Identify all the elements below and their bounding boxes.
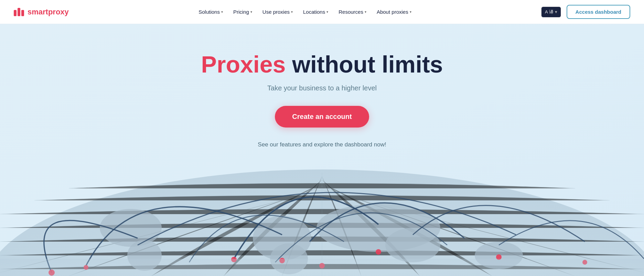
nav-item-pricing: Pricing ▾ — [229, 6, 256, 18]
nav-link-resources[interactable]: Resources ▾ — [334, 6, 371, 18]
hero-section: Proxies without limits Take your busines… — [0, 24, 644, 276]
logo[interactable]: smartproxy — [14, 8, 69, 16]
hero-subtitle: Take your business to a higher level — [7, 84, 637, 92]
logo-text: smartproxy — [28, 8, 69, 16]
language-button[interactable]: A 译 ▾ — [541, 7, 561, 18]
map-illustration — [0, 139, 644, 276]
nav-item-use-proxies: Use proxies ▾ — [258, 6, 297, 18]
chevron-icon: ▾ — [221, 10, 223, 14]
logo-bar-1 — [14, 10, 17, 16]
lang-chevron-icon: ▾ — [555, 9, 557, 14]
nav-link-pricing[interactable]: Pricing ▾ — [229, 6, 256, 18]
access-dashboard-button[interactable]: Access dashboard — [567, 5, 630, 19]
nav-item-resources: Resources ▾ — [334, 6, 371, 18]
nav-links: Solutions ▾ Pricing ▾ Use proxies ▾ Loca… — [194, 6, 415, 18]
nav-right: A 译 ▾ Access dashboard — [541, 5, 630, 19]
svg-point-4 — [385, 228, 440, 262]
nav-link-about-proxies[interactable]: About proxies ▾ — [373, 6, 416, 18]
chevron-icon: ▾ — [291, 10, 293, 14]
svg-rect-16 — [0, 259, 644, 276]
nav-item-solutions: Solutions ▾ — [194, 6, 227, 18]
hero-title: Proxies without limits — [7, 52, 637, 77]
nav-link-solutions[interactable]: Solutions ▾ — [194, 6, 227, 18]
logo-bar-2 — [18, 8, 20, 16]
create-account-button[interactable]: Create an account — [275, 106, 369, 128]
chevron-icon: ▾ — [326, 10, 328, 14]
navbar: smartproxy Solutions ▾ Pricing ▾ Use pro… — [0, 0, 644, 24]
nav-link-use-proxies[interactable]: Use proxies ▾ — [258, 6, 297, 18]
chevron-icon: ▾ — [250, 10, 252, 14]
nav-item-locations: Locations ▾ — [299, 6, 332, 18]
svg-point-13 — [376, 249, 381, 255]
logo-bar-3 — [21, 10, 24, 16]
chevron-icon: ▾ — [410, 10, 411, 14]
nav-item-about-proxies: About proxies ▾ — [373, 6, 416, 18]
chevron-icon: ▾ — [365, 10, 366, 14]
logo-icon — [14, 8, 24, 16]
nav-link-locations[interactable]: Locations ▾ — [299, 6, 332, 18]
